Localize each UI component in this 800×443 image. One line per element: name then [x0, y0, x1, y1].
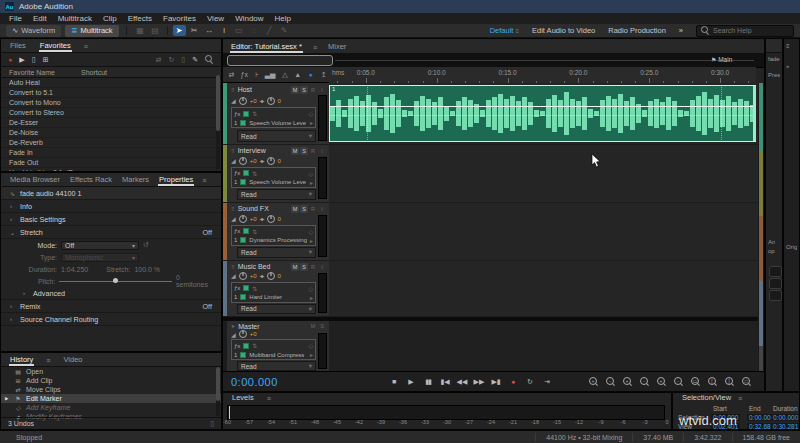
pan-knob[interactable]: [267, 97, 275, 105]
tab-history[interactable]: History: [9, 353, 34, 366]
fx-slot-row[interactable]: 1Hard Limiter▸: [234, 293, 313, 302]
zoom-selection-in-point-button[interactable]: [: [707, 376, 718, 387]
menu-window[interactable]: Window: [235, 14, 263, 23]
clip-fx-icon[interactable]: ƒx: [239, 71, 250, 78]
selection-duration-value[interactable]: 0:00.000: [771, 414, 800, 421]
history-entry[interactable]: ◇Add Keyframe: [1, 403, 221, 412]
play-button[interactable]: ▶: [405, 378, 417, 386]
automation-mode-select[interactable]: Read▾: [237, 247, 316, 258]
tab-editor[interactable]: Editor: Tutorial.sesx *: [230, 40, 303, 53]
mute-button[interactable]: M: [291, 263, 299, 271]
volume-knob[interactable]: [239, 272, 247, 280]
stop-favorite-icon[interactable]: ▯: [32, 56, 36, 64]
solo-button[interactable]: S: [318, 322, 326, 330]
tab-markers[interactable]: Markers: [121, 173, 150, 186]
monitor-input-button[interactable]: I: [318, 205, 326, 213]
menu-effects[interactable]: Effects: [128, 14, 152, 23]
stop-button[interactable]: ■: [388, 378, 400, 385]
zoom-in-button[interactable]: +: [588, 376, 599, 387]
solo-button[interactable]: S: [300, 263, 308, 271]
fx-power-toggle[interactable]: [243, 228, 249, 234]
track-lane[interactable]: 1: [329, 83, 758, 144]
volume-knob[interactable]: [239, 97, 247, 105]
menu-help[interactable]: Help: [275, 14, 291, 23]
effects-brush-tool[interactable]: ╱: [263, 25, 276, 36]
track-lane[interactable]: [329, 321, 758, 371]
favorite-row[interactable]: Fade Out: [1, 158, 221, 168]
tab-favorites[interactable]: Favorites: [39, 39, 72, 52]
navigator-zoom-region[interactable]: [227, 55, 333, 66]
clip-volume-icon[interactable]: ▃▅: [265, 71, 276, 79]
favorite-row[interactable]: Fade In: [1, 148, 221, 158]
workspace-radio-production[interactable]: Radio Production: [608, 26, 666, 35]
arm-record-button[interactable]: R: [309, 147, 317, 155]
move-tool[interactable]: ➤: [173, 25, 186, 36]
clip-gain-icon[interactable]: ⊦: [252, 71, 263, 79]
vertical-scrollbar[interactable]: [758, 83, 764, 371]
timeline-marker[interactable]: ⚑ Main: [711, 56, 732, 63]
favorite-row[interactable]: Convert to Stereo: [1, 108, 221, 118]
pan-knob[interactable]: [267, 157, 275, 165]
section-stretch[interactable]: ⌄StretchOff: [1, 226, 221, 239]
pan-knob[interactable]: [267, 215, 275, 223]
timeline-navigator[interactable]: [223, 53, 764, 68]
solo-button[interactable]: S: [300, 147, 308, 155]
panel-menu-icon[interactable]: ≡: [267, 395, 271, 404]
time-selection-tool[interactable]: I: [218, 25, 231, 36]
favorite-row[interactable]: De-Reverb: [1, 138, 221, 148]
go-to-end-button[interactable]: ▶▮: [490, 378, 502, 386]
fx-slot-row[interactable]: 1Speech Volume Leve▸: [234, 178, 313, 187]
rail-preset-box[interactable]: [769, 266, 782, 277]
fx-slot-toggle[interactable]: [240, 120, 246, 126]
menu-view[interactable]: View: [207, 14, 224, 23]
favorite-row[interactable]: De-Noise: [1, 128, 221, 138]
pan-knob[interactable]: [267, 272, 275, 280]
zoom-out-time-button[interactable]: -: [639, 376, 650, 387]
collapsed-panel-left[interactable]: fadePresAnop: [765, 38, 783, 392]
spot-healing-tool[interactable]: ✎: [278, 25, 291, 36]
tab-effects-rack[interactable]: Effects Rack: [69, 173, 113, 186]
selection-start-value[interactable]: 0:00.000: [711, 414, 740, 421]
volume-envelope-line[interactable]: [330, 106, 756, 107]
fx-slot-row[interactable]: 1Dynamics Processing▸: [234, 236, 313, 245]
link-icon[interactable]: ⇄: [156, 56, 162, 64]
solo-button[interactable]: S: [300, 86, 308, 94]
record-button[interactable]: ●: [507, 378, 519, 385]
section-basic-settings[interactable]: ›Basic Settings: [1, 213, 221, 226]
snap-icon[interactable]: △: [280, 71, 291, 79]
crossfade-icon[interactable]: ⇄: [226, 71, 237, 79]
record-mode-icon[interactable]: ●: [305, 71, 316, 78]
history-entry[interactable]: ⇄Move Clips: [1, 385, 221, 394]
solo-button[interactable]: S: [300, 205, 308, 213]
fx-power-toggle[interactable]: [243, 170, 249, 176]
reset-icon[interactable]: ↺: [143, 241, 149, 249]
favorites-scrollbar[interactable]: [216, 75, 220, 169]
mute-button[interactable]: M: [291, 205, 299, 213]
arm-record-button[interactable]: R: [309, 263, 317, 271]
monitor-input-button[interactable]: I: [318, 263, 326, 271]
tab-properties[interactable]: Properties: [158, 173, 194, 186]
zoom-to-selection-button[interactable]: ▭: [690, 376, 701, 387]
fx-slot-toggle[interactable]: [240, 294, 246, 300]
tab-video[interactable]: Video: [62, 353, 83, 366]
multitrack-view-button[interactable]: ≣ Multitrack: [65, 25, 118, 37]
zoom-out-button[interactable]: -: [605, 376, 616, 387]
trash-icon[interactable]: ▯: [210, 420, 214, 428]
history-scrollbar[interactable]: [216, 367, 220, 416]
section-remix[interactable]: ›RemixOff: [1, 299, 221, 313]
search-help-box[interactable]: [696, 25, 794, 37]
delete-favorite-icon[interactable]: ▯: [181, 56, 185, 64]
automation-mode-select[interactable]: Read▾: [237, 361, 316, 371]
monitor-input-button[interactable]: I: [318, 147, 326, 155]
edit-favorite-icon[interactable]: ✎: [192, 56, 198, 64]
favorite-row[interactable]: Convert to 5.1: [1, 88, 221, 98]
fast-forward-button[interactable]: ▶▶: [473, 378, 485, 386]
fx-slot-row[interactable]: 1Multiband Compress▸: [234, 350, 313, 359]
arm-record-button[interactable]: R: [309, 205, 317, 213]
razor-tool[interactable]: ✂: [188, 25, 201, 36]
workspace-default[interactable]: Default ≡: [490, 26, 519, 35]
favorite-row[interactable]: De-Esser: [1, 118, 221, 128]
rail-preset-box[interactable]: [769, 290, 782, 301]
panel-menu-icon[interactable]: ≡: [84, 43, 88, 52]
workspace-edit-audio-to-video[interactable]: Edit Audio to Video: [532, 26, 595, 35]
